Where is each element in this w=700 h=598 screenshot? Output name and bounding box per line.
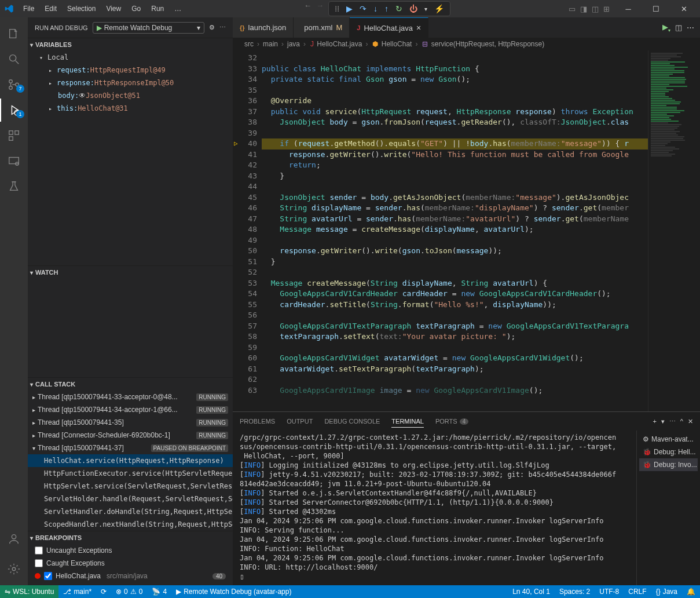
- thread-row[interactable]: ▸Thread [qtp1500079441-34-acceptor-1@66.…: [28, 403, 233, 416]
- status-remote[interactable]: ⇋WSL: Ubuntu: [0, 585, 58, 598]
- breadcrumb-item[interactable]: main: [263, 40, 278, 48]
- scm-icon[interactable]: 7: [0, 73, 28, 96]
- accounts-icon[interactable]: [0, 527, 28, 550]
- bp-caught-check[interactable]: [35, 559, 43, 567]
- status-enc[interactable]: UTF-8: [595, 585, 624, 598]
- settings-icon[interactable]: [0, 557, 28, 581]
- run-debug-icon[interactable]: ▶▾: [662, 23, 670, 33]
- breadcrumb-item[interactable]: src: [244, 40, 254, 48]
- menu-go[interactable]: Go: [127, 2, 145, 15]
- status-bell[interactable]: 🔔: [682, 585, 700, 598]
- close-panel-icon[interactable]: ✕: [688, 418, 693, 425]
- status-lang[interactable]: {}Java: [651, 585, 682, 598]
- extensions-icon[interactable]: [0, 124, 28, 147]
- bp-file-check[interactable]: [44, 572, 52, 580]
- bp-uncaught[interactable]: Uncaught Exceptions: [28, 544, 233, 557]
- paused-thread[interactable]: ▾ Thread [qtp1500079441-37] PAUSED ON BR…: [28, 442, 233, 454]
- watch-section[interactable]: ▾WATCH: [28, 266, 233, 279]
- disconnect-icon[interactable]: ⏻: [407, 3, 420, 14]
- breadcrumb-item[interactable]: ⬢ HelloChat: [371, 40, 412, 48]
- layout-grid-icon[interactable]: ⊞: [603, 5, 610, 13]
- explorer-icon[interactable]: [0, 22, 28, 45]
- stack-frame[interactable]: HelloChat.service(HttpRequest,HttpRespon…: [28, 454, 233, 467]
- minimize-icon[interactable]: ─: [617, 5, 640, 13]
- menu-…[interactable]: …: [170, 2, 186, 15]
- terminal-output[interactable]: /grpc/grpc-context/1.27.2/grpc-context-1…: [233, 431, 636, 585]
- nav-back-icon[interactable]: ←: [304, 1, 311, 16]
- stack-frame[interactable]: ScopedHandler.nextHandle(String,Request,…: [28, 518, 233, 531]
- breakpoints-section[interactable]: ▾BREAKPOINTS: [28, 531, 233, 544]
- run-config-dropdown[interactable]: ▶ Remote Watch Debug ▾: [93, 22, 204, 34]
- continue-icon[interactable]: ▶: [344, 3, 355, 14]
- variable-row[interactable]: ▸request: HttpRequestImpl@49: [28, 64, 233, 76]
- panel-tab-problems[interactable]: PROBLEMS: [240, 415, 275, 427]
- terminal-session[interactable]: 🐞Debug: Hell...: [639, 446, 698, 458]
- close-window-icon[interactable]: ✕: [672, 5, 695, 13]
- step-over-icon[interactable]: ↷: [357, 3, 369, 14]
- callstack-section[interactable]: ▾CALL STACK: [28, 378, 233, 391]
- sidebar-right-icon[interactable]: ◫: [592, 5, 599, 13]
- gear-icon[interactable]: ⚙: [209, 24, 215, 31]
- menu-selection[interactable]: Selection: [63, 2, 100, 15]
- scope-local[interactable]: ▾Local: [28, 51, 233, 64]
- ellipsis-icon[interactable]: ⋯: [219, 24, 226, 31]
- terminal-session[interactable]: ⚙Maven-avat...: [639, 433, 698, 446]
- thread-row[interactable]: ▸Thread [qtp1500079441-33-acceptor-0@48.…: [28, 391, 233, 403]
- terminal-dropdown-icon[interactable]: ▾: [661, 418, 665, 425]
- stack-frame[interactable]: ServletHandler.doHandle(String,Request,H…: [28, 505, 233, 518]
- hot-reload-icon[interactable]: ⚡: [432, 3, 446, 14]
- minimap[interactable]: [648, 50, 700, 411]
- drag-handle-icon[interactable]: ⁞⁞: [332, 3, 342, 14]
- variable-row[interactable]: body: 👁 JsonObject@51: [28, 89, 233, 102]
- more-tab-icon[interactable]: ⋯: [687, 23, 694, 32]
- bp-caught[interactable]: Caught Exceptions: [28, 557, 233, 570]
- status-ports[interactable]: 📡4: [147, 585, 171, 598]
- thread-row[interactable]: ▸Thread [qtp1500079441-35]RUNNING: [28, 416, 233, 429]
- status-eol[interactable]: CRLF: [624, 585, 651, 598]
- debug-icon[interactable]: 1: [0, 99, 28, 122]
- bp-uncaught-check[interactable]: [35, 546, 43, 555]
- panel-tab-terminal[interactable]: TERMINAL: [391, 415, 424, 428]
- editor-tab[interactable]: {}launch.json: [233, 17, 294, 38]
- editor-tab[interactable]: pom.xmlM: [294, 17, 350, 38]
- stack-frame[interactable]: HttpFunctionExecutor.service(HttpServlet…: [28, 467, 233, 480]
- menu-file[interactable]: File: [19, 2, 39, 15]
- maximize-icon[interactable]: ☐: [644, 5, 668, 13]
- breadcrumb-item[interactable]: ⊟ service(HttpRequest, HttpResponse): [421, 40, 544, 48]
- status-problems[interactable]: ⊗0⚠0: [111, 585, 147, 598]
- breadcrumb-item[interactable]: J HelloChat.java: [309, 40, 362, 48]
- close-tab-icon[interactable]: ×: [416, 23, 421, 32]
- variable-row[interactable]: ▸this: HelloChat@31: [28, 102, 233, 115]
- stack-frame[interactable]: HttpServlet.service(ServletRequest,Servl…: [28, 480, 233, 493]
- remote-icon[interactable]: [0, 150, 28, 173]
- more-icon[interactable]: ▾: [422, 5, 430, 13]
- restart-icon[interactable]: ↻: [393, 3, 405, 14]
- panel-icon[interactable]: ◨: [580, 5, 587, 13]
- status-spaces[interactable]: Spaces: 2: [555, 585, 595, 598]
- status-pos[interactable]: Ln 40, Col 1: [508, 585, 555, 598]
- status-sync[interactable]: ⟳: [96, 585, 111, 598]
- split-icon[interactable]: ◫: [675, 23, 682, 32]
- step-into-icon[interactable]: ↓: [371, 3, 380, 14]
- nav-fwd-icon[interactable]: →: [316, 1, 324, 16]
- menu-edit[interactable]: Edit: [40, 2, 61, 15]
- panel-tab-debug-console[interactable]: DEBUG CONSOLE: [324, 415, 380, 427]
- thread-row[interactable]: ▸Thread [Connector-Scheduler-6920b0bc-1]…: [28, 429, 233, 442]
- testing-icon[interactable]: [0, 175, 28, 198]
- ellipsis-icon[interactable]: ⋯: [669, 418, 676, 425]
- terminal-session[interactable]: 🐞Debug: Invo...: [639, 458, 698, 471]
- menu-view[interactable]: View: [101, 2, 126, 15]
- variable-row[interactable]: ▸response: HttpResponseImpl@50: [28, 76, 233, 89]
- panel-tab-ports[interactable]: PORTS4: [435, 415, 468, 427]
- breadcrumb-item[interactable]: java: [287, 40, 300, 48]
- menu-run[interactable]: Run: [146, 2, 168, 15]
- step-out-icon[interactable]: ↑: [382, 3, 391, 14]
- panel-tab-output[interactable]: OUTPUT: [287, 415, 313, 427]
- editor-tab[interactable]: JHelloChat.java×: [350, 17, 428, 38]
- bp-file-row[interactable]: HelloChat.java src/main/java 40: [28, 570, 233, 582]
- new-terminal-icon[interactable]: +: [653, 418, 656, 425]
- status-debug[interactable]: ▶Remote Watch Debug (avatar-app): [171, 585, 296, 598]
- status-branch[interactable]: ⎇main*: [58, 585, 96, 598]
- breadcrumb[interactable]: src›main›java›J HelloChat.java›⬢ HelloCh…: [233, 38, 700, 50]
- variables-section[interactable]: ▾VARIABLES: [28, 38, 233, 51]
